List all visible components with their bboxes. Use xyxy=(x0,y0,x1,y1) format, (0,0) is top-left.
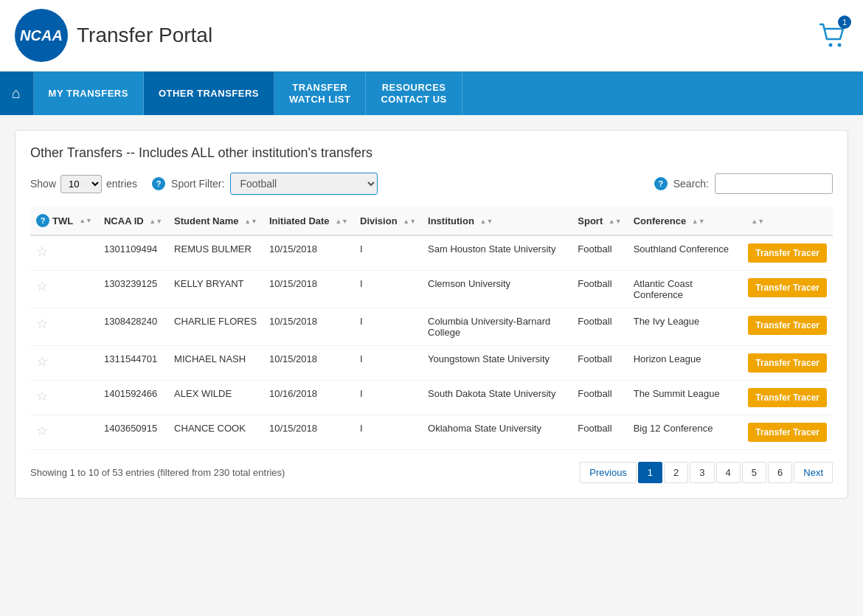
twl-sort[interactable]: ▲▼ xyxy=(79,218,92,224)
cell-institution-2: Columbia University-Barnard College xyxy=(422,308,572,346)
division-sort[interactable]: ▲▼ xyxy=(403,218,416,225)
search-label: Search: xyxy=(673,178,709,190)
cell-conference-1: Atlantic Coast Conference xyxy=(628,271,743,308)
header-left: NCAA Transfer Portal xyxy=(15,9,212,62)
cell-ncaa-id-5: 1403650915 xyxy=(98,415,168,450)
table-scroll[interactable]: ? TWL ▲▼ NCAA ID ▲▼ Student Name ▲▼ xyxy=(30,207,833,450)
pagination-page-2[interactable]: 2 xyxy=(664,462,688,483)
content-card: Other Transfers -- Includes ALL other in… xyxy=(15,130,848,499)
cell-division-3: I xyxy=(354,346,422,381)
ncaa-logo: NCAA xyxy=(15,9,68,62)
cell-initiated-date-2: 10/15/2018 xyxy=(263,308,354,346)
nav-label-transfer-watch-list: TRANSFER WATCH LIST xyxy=(289,82,350,105)
cart-badge: 1 xyxy=(838,15,851,29)
cell-sport-0: Football xyxy=(572,235,627,271)
cell-star-3[interactable]: ☆ xyxy=(30,346,98,381)
cell-institution-1: Clemson University xyxy=(422,271,572,308)
transfer-tracer-btn-1[interactable]: Transfer Tracer xyxy=(748,278,827,297)
institution-sort[interactable]: ▲▼ xyxy=(479,218,493,225)
pagination-previous[interactable]: Previous xyxy=(580,462,637,483)
cell-division-5: I xyxy=(354,415,422,450)
cell-division-0: I xyxy=(354,235,422,271)
th-division: Division ▲▼ xyxy=(354,207,422,235)
transfer-tracer-btn-0[interactable]: Transfer Tracer xyxy=(748,243,827,263)
cell-student-name-0: REMUS BULMER xyxy=(168,235,263,271)
transfer-tracer-btn-4[interactable]: Transfer Tracer xyxy=(748,388,827,407)
pagination-page-1[interactable]: 1 xyxy=(638,462,662,483)
sport-filter-help-icon[interactable]: ? xyxy=(152,177,165,190)
th-twl: ? TWL ▲▼ xyxy=(30,207,98,235)
cell-initiated-date-3: 10/15/2018 xyxy=(263,346,354,381)
entries-select[interactable]: 10 25 50 100 xyxy=(60,175,102,193)
search-help-icon[interactable]: ? xyxy=(654,177,668,190)
pagination-page-3[interactable]: 3 xyxy=(690,462,714,483)
transfer-tracer-btn-2[interactable]: Transfer Tracer xyxy=(748,316,827,335)
sidebar-item-other-transfers[interactable]: OTHER TRANSFERS xyxy=(144,72,274,115)
cell-sport-1: Football xyxy=(572,271,627,308)
cell-star-2[interactable]: ☆ xyxy=(30,308,98,346)
cell-action-3: Transfer Tracer xyxy=(742,346,833,381)
controls-row: Show 10 25 50 100 entries ? Sport Filter… xyxy=(30,173,833,195)
star-icon-2[interactable]: ☆ xyxy=(36,316,48,331)
sidebar-item-my-transfers[interactable]: MY TRANSFERS xyxy=(34,72,144,115)
cell-action-4: Transfer Tracer xyxy=(742,381,833,415)
cell-initiated-date-4: 10/16/2018 xyxy=(263,381,354,415)
sport-filter-select[interactable]: Football Basketball Baseball Soccer xyxy=(230,173,378,195)
search-input[interactable] xyxy=(715,173,833,194)
ncaa-id-sort[interactable]: ▲▼ xyxy=(149,218,162,225)
cell-ncaa-id-2: 1308428240 xyxy=(98,308,168,346)
twl-help-icon[interactable]: ? xyxy=(36,214,49,227)
sidebar-item-resources[interactable]: RESOURCES CONTACT US xyxy=(366,72,462,115)
sport-filter-control: ? Sport Filter: Football Basketball Base… xyxy=(152,173,378,195)
transfers-table: ? TWL ▲▼ NCAA ID ▲▼ Student Name ▲▼ xyxy=(30,207,833,450)
cell-action-0: Transfer Tracer xyxy=(742,235,833,271)
cell-action-2: Transfer Tracer xyxy=(742,308,833,346)
main-content: Other Transfers -- Includes ALL other in… xyxy=(0,115,863,616)
cell-ncaa-id-1: 1303239125 xyxy=(98,271,168,308)
action-sort[interactable]: ▲▼ xyxy=(751,218,764,225)
table-row: ☆ 1311544701 MICHAEL NASH 10/15/2018 I Y… xyxy=(30,346,833,381)
cell-institution-5: Oklahoma State University xyxy=(422,415,572,450)
header: NCAA Transfer Portal 1 xyxy=(0,0,863,72)
th-student-name: Student Name ▲▼ xyxy=(168,207,263,235)
cell-institution-0: Sam Houston State University xyxy=(422,235,572,271)
cell-star-4[interactable]: ☆ xyxy=(30,381,98,415)
nav-bar: ⌂ MY TRANSFERS OTHER TRANSFERS TRANSFER … xyxy=(0,72,863,115)
star-icon-5[interactable]: ☆ xyxy=(36,423,48,438)
star-icon-4[interactable]: ☆ xyxy=(36,389,48,404)
nav-item-home[interactable]: ⌂ xyxy=(0,72,34,115)
pagination-next[interactable]: Next xyxy=(794,462,833,483)
table-wrapper: ? TWL ▲▼ NCAA ID ▲▼ Student Name ▲▼ xyxy=(30,207,833,450)
initiated-date-sort[interactable]: ▲▼ xyxy=(335,218,348,225)
cell-sport-3: Football xyxy=(572,346,627,381)
showing-text: Showing 1 to 10 of 53 entries (filtered … xyxy=(30,467,285,478)
cell-student-name-5: CHANCE COOK xyxy=(168,415,263,450)
star-icon-0[interactable]: ☆ xyxy=(36,244,48,259)
cell-sport-2: Football xyxy=(572,308,627,346)
nav-label-other-transfers: OTHER TRANSFERS xyxy=(159,88,259,100)
portal-title: Transfer Portal xyxy=(77,24,212,47)
home-icon: ⌂ xyxy=(12,85,21,102)
star-icon-1[interactable]: ☆ xyxy=(36,279,48,294)
cell-star-1[interactable]: ☆ xyxy=(30,271,98,308)
sport-sort[interactable]: ▲▼ xyxy=(609,218,622,225)
cell-action-5: Transfer Tracer xyxy=(742,415,833,450)
cell-conference-5: Big 12 Conference xyxy=(628,415,743,450)
star-icon-3[interactable]: ☆ xyxy=(36,354,48,369)
table-header-row: ? TWL ▲▼ NCAA ID ▲▼ Student Name ▲▼ xyxy=(30,207,833,235)
conference-sort[interactable]: ▲▼ xyxy=(692,218,705,225)
pagination: Previous 1 2 3 4 5 6 Next xyxy=(580,462,833,483)
transfer-tracer-btn-3[interactable]: Transfer Tracer xyxy=(748,353,827,373)
cell-star-5[interactable]: ☆ xyxy=(30,415,98,450)
svg-point-1 xyxy=(838,43,842,46)
transfer-tracer-btn-5[interactable]: Transfer Tracer xyxy=(748,423,827,442)
pagination-page-6[interactable]: 6 xyxy=(768,462,792,483)
pagination-page-5[interactable]: 5 xyxy=(742,462,766,483)
pagination-page-4[interactable]: 4 xyxy=(716,462,741,483)
cell-star-0[interactable]: ☆ xyxy=(30,235,98,271)
student-name-sort[interactable]: ▲▼ xyxy=(244,218,257,225)
cell-ncaa-id-4: 1401592466 xyxy=(98,381,168,415)
cell-institution-4: South Dakota State University xyxy=(422,381,572,415)
sidebar-item-transfer-watch-list[interactable]: TRANSFER WATCH LIST xyxy=(274,72,366,115)
cart-icon-wrapper[interactable]: 1 xyxy=(816,18,848,53)
